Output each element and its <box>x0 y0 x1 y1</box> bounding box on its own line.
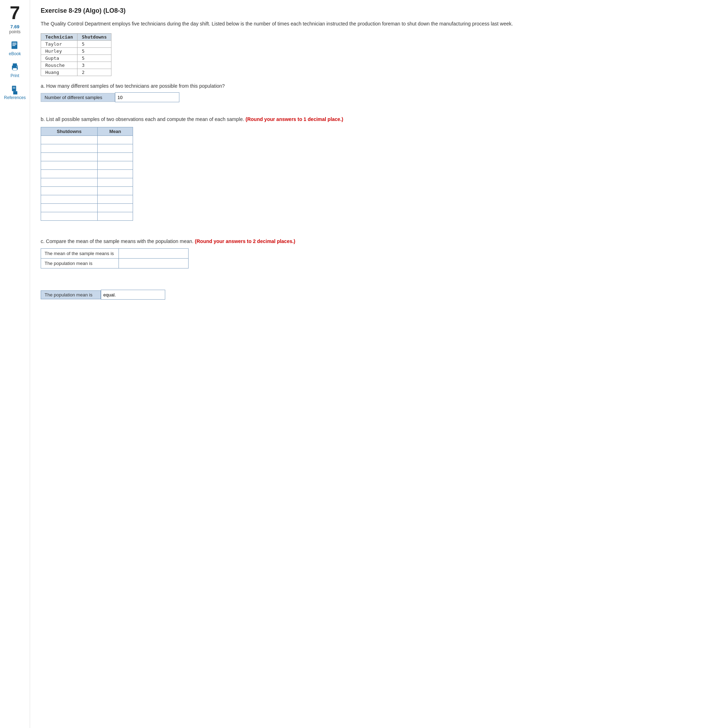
svg-rect-9 <box>13 91 17 95</box>
mean-of-means-label: The mean of the sample means is <box>41 249 119 258</box>
ebook-label: eBook <box>9 51 21 56</box>
mean-cell[interactable] <box>98 144 133 153</box>
ebook-button[interactable]: eBook <box>9 41 21 56</box>
mean-value-input[interactable] <box>98 144 133 153</box>
pop-mean-input[interactable] <box>122 260 185 267</box>
mean-value-input[interactable] <box>98 161 133 170</box>
print-button[interactable]: Print <box>10 63 20 78</box>
shutdown-cell[interactable] <box>41 144 98 153</box>
samples-table-wrapper: Shutdowns Mean <box>41 127 707 221</box>
shutdown-input[interactable] <box>41 178 97 187</box>
table-row: Gupta 5 <box>41 55 112 62</box>
shutdown-cell[interactable] <box>41 212 98 221</box>
mean-value-input[interactable] <box>98 153 133 161</box>
mean-cell[interactable] <box>98 212 133 221</box>
mean-value-input[interactable] <box>98 212 133 220</box>
shutdown-cell[interactable] <box>41 161 98 170</box>
sample-row <box>41 144 133 153</box>
tech-name: Taylor <box>41 41 78 48</box>
table-row: Hurley 5 <box>41 48 112 55</box>
shutdown-input[interactable] <box>41 170 97 178</box>
col-technician: Technician <box>41 34 78 41</box>
shutdown-cell[interactable] <box>41 153 98 161</box>
mean-value-input[interactable] <box>98 195 133 203</box>
mean-cell[interactable] <box>98 195 133 204</box>
question-b-text: b. List all possible samples of two obse… <box>41 116 707 122</box>
shutdown-input[interactable] <box>41 212 97 220</box>
shutdown-cell[interactable] <box>41 178 98 187</box>
tech-shutdowns: 5 <box>78 55 111 62</box>
mean-value-input[interactable] <box>98 170 133 178</box>
shutdown-input[interactable] <box>41 161 97 170</box>
mean-cell[interactable] <box>98 136 133 144</box>
references-icon <box>10 84 20 95</box>
num-samples-label: Number of different samples <box>41 93 115 102</box>
sample-row <box>41 161 133 170</box>
sidebar: 7 7.69 points eBook Print <box>0 0 30 728</box>
mean-value-input[interactable] <box>98 187 133 195</box>
shutdown-input[interactable] <box>41 136 97 144</box>
sample-row <box>41 178 133 187</box>
mean-value-input[interactable] <box>98 136 133 144</box>
svg-point-7 <box>17 66 17 67</box>
shutdown-input[interactable] <box>41 204 97 212</box>
equal-input[interactable] <box>101 290 165 300</box>
shutdown-cell[interactable] <box>41 187 98 195</box>
tech-shutdowns: 2 <box>78 69 111 76</box>
references-button[interactable]: References <box>4 84 26 100</box>
tech-name: Huang <box>41 69 78 76</box>
equal-row: The population mean is <box>41 290 707 300</box>
sample-row <box>41 187 133 195</box>
section-b: b. List all possible samples of two obse… <box>41 116 707 221</box>
round-note-b: (Round your answers to 1 decimal place.) <box>245 116 343 122</box>
table-row: Taylor 5 <box>41 41 112 48</box>
svg-rect-11 <box>13 88 15 89</box>
mean-cell[interactable] <box>98 187 133 195</box>
mean-cell[interactable] <box>98 178 133 187</box>
mean-of-means-input-cell[interactable] <box>119 249 188 258</box>
svg-rect-0 <box>12 41 17 49</box>
sample-row <box>41 170 133 178</box>
exercise-title: Exercise 8-29 (Algo) (LO8-3) <box>41 7 707 14</box>
tech-name: Gupta <box>41 55 78 62</box>
shutdown-input[interactable] <box>41 153 97 161</box>
mean-cell[interactable] <box>98 204 133 212</box>
sample-row <box>41 204 133 212</box>
shutdown-cell[interactable] <box>41 170 98 178</box>
mean-cell[interactable] <box>98 170 133 178</box>
points-value: 7.69 <box>10 24 19 29</box>
num-samples-input[interactable] <box>115 92 179 102</box>
tech-name: Rousche <box>41 62 78 69</box>
pop-mean-input-cell[interactable] <box>119 258 188 269</box>
shutdown-input[interactable] <box>41 195 97 203</box>
intro-text: The Quality Control Department employs f… <box>41 20 707 28</box>
tech-shutdowns: 3 <box>78 62 111 69</box>
round-note-c: (Round your answers to 2 decimal places.… <box>195 239 295 244</box>
sample-row <box>41 212 133 221</box>
shutdown-cell[interactable] <box>41 204 98 212</box>
svg-rect-3 <box>12 45 15 46</box>
print-icon <box>10 63 20 72</box>
shutdown-cell[interactable] <box>41 136 98 144</box>
shutdown-input[interactable] <box>41 144 97 153</box>
mean-value-input[interactable] <box>98 204 133 212</box>
mean-of-means-input[interactable] <box>122 250 185 257</box>
sample-row <box>41 195 133 204</box>
question-a-text: a. How many different samples of two tec… <box>41 83 707 89</box>
mean-cell[interactable] <box>98 161 133 170</box>
svg-rect-5 <box>13 63 17 66</box>
shutdown-cell[interactable] <box>41 195 98 204</box>
equal-pop-mean-label: The population mean is <box>41 291 101 299</box>
mean-cell[interactable] <box>98 153 133 161</box>
sample-row <box>41 136 133 144</box>
samples-table: Shutdowns Mean <box>41 127 133 221</box>
question-number: 7 <box>10 3 20 22</box>
answer-a-row: Number of different samples <box>41 92 707 102</box>
col-mean-header: Mean <box>98 127 133 136</box>
col-shutdowns-header: Shutdowns <box>41 127 98 136</box>
tech-shutdowns: 5 <box>78 48 111 55</box>
question-c-text: c. Compare the mean of the sample means … <box>41 239 707 244</box>
pop-mean-row: The population mean is <box>41 258 188 269</box>
mean-value-input[interactable] <box>98 178 133 187</box>
shutdown-input[interactable] <box>41 187 97 195</box>
